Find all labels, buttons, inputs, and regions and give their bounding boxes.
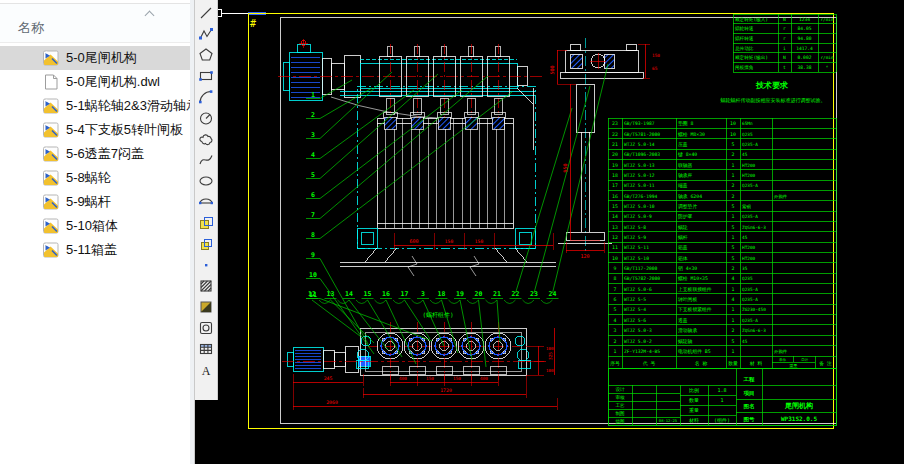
svg-text:12: 12	[308, 290, 316, 298]
tool-hatch-button[interactable]	[196, 275, 216, 296]
svg-text:2: 2	[732, 328, 735, 333]
file-list-item[interactable]: 5-0尾闸机构.dwl	[0, 70, 190, 94]
svg-text:调整垫片: 调整垫片	[678, 203, 697, 210]
tool-ellipse-button[interactable]	[196, 170, 216, 191]
svg-text:0.002: 0.002	[798, 55, 812, 60]
svg-text:设计: 设计	[615, 386, 625, 392]
tool-gradient-button[interactable]	[196, 296, 216, 317]
tool-ellipse-arc-button[interactable]	[196, 191, 216, 212]
svg-text:序号: 序号	[610, 360, 620, 366]
cad-drawing-area[interactable]: # 技术要求 蜗轮蜗杆传动副按相应安装标准进行调整试验。	[218, 0, 904, 464]
tool-make-block-button[interactable]	[196, 233, 216, 254]
sort-ascending-icon[interactable]	[146, 10, 155, 16]
svg-text:38.38: 38.38	[798, 65, 812, 70]
svg-text:1.8: 1.8	[717, 387, 726, 393]
svg-text:5: 5	[732, 204, 735, 209]
svg-text:24: 24	[549, 290, 557, 298]
file-list-item[interactable]: 5-4下支板5转叶闸板	[0, 118, 190, 142]
svg-text:制图: 制图	[615, 411, 624, 417]
file-list-item[interactable]: 5-1蜗轮轴2&3滑动轴承	[0, 94, 190, 118]
svg-text:11: 11	[612, 245, 618, 250]
svg-text:WTJZ 5.0-10: WTJZ 5.0-10	[624, 204, 655, 209]
svg-text:WTJZ 5.0-6: WTJZ 5.0-6	[624, 287, 652, 292]
svg-text:14: 14	[345, 290, 353, 298]
svg-text:22: 22	[512, 290, 520, 298]
svg-text:WTJZ 5-4: WTJZ 5-4	[624, 307, 646, 312]
cad-viewport[interactable]: # 技术要求 蜗轮蜗杆传动副按相应安装标准进行调整试验。	[218, 0, 904, 464]
tool-line-button[interactable]	[196, 2, 216, 23]
svg-text:7: 7	[311, 211, 315, 219]
svg-text:9: 9	[311, 251, 315, 259]
file-list: 5-0尾闸机构5-0尾闸机构.dwl5-1蜗轮轴2&3滑动轴承5-4下支板5转叶…	[0, 43, 190, 262]
svg-text:45: 45	[742, 152, 748, 157]
svg-text:150: 150	[475, 239, 484, 244]
worm-subassembly-label: (蜗杆组件)	[422, 311, 453, 318]
svg-text:GB/T93-1987: GB/T93-1987	[624, 121, 655, 126]
svg-text:2: 2	[732, 266, 735, 271]
svg-text:螺栓 M10×35: 螺栓 M10×35	[678, 275, 708, 282]
dwg-file-icon	[42, 242, 60, 258]
svg-text:Q235: Q235	[742, 132, 753, 137]
svg-text:Q235-A: Q235-A	[742, 287, 758, 292]
tool-mtext-button[interactable]: A	[196, 359, 216, 380]
file-list-item[interactable]: 5-8蜗轮	[0, 166, 190, 190]
file-name: 5-9蜗杆	[66, 193, 111, 211]
file-list-item[interactable]: 5-0尾闸机构	[0, 46, 190, 70]
svg-text:10: 10	[730, 132, 736, 137]
svg-text:5: 5	[732, 256, 735, 261]
svg-text:13: 13	[612, 225, 618, 230]
svg-text:上支板联接组件: 上支板联接组件	[678, 286, 712, 293]
tool-circle-button[interactable]	[196, 107, 216, 128]
tool-point-button[interactable]	[196, 254, 216, 275]
svg-text:17: 17	[612, 183, 618, 188]
tool-polygon-button[interactable]	[196, 44, 216, 65]
svg-text:ZQSn6-6-3: ZQSn6-6-3	[742, 225, 766, 230]
tool-table-button[interactable]	[196, 338, 216, 359]
svg-text:WTJZ 5.0-13: WTJZ 5.0-13	[624, 163, 655, 168]
svg-text:N: N	[783, 55, 786, 60]
dwg-file-icon	[42, 146, 60, 162]
svg-text:蜗轮转速: 蜗轮转速	[735, 25, 754, 32]
svg-text:65: 65	[652, 66, 658, 71]
tool-revcloud-button[interactable]	[196, 128, 216, 149]
file-list-item[interactable]: 5-11箱盖	[0, 238, 190, 262]
svg-text:3: 3	[614, 328, 617, 333]
file-list-item[interactable]: 5-9蜗杆	[0, 190, 190, 214]
tool-region-button[interactable]	[196, 317, 216, 338]
svg-text:轴承 6204: 轴承 6204	[678, 193, 702, 200]
svg-text:材料: 材料	[688, 417, 699, 424]
svg-text:4: 4	[614, 318, 617, 323]
svg-text:7: 7	[614, 287, 617, 292]
tool-spline-button[interactable]	[196, 149, 216, 170]
tool-insert-block-button[interactable]	[196, 212, 216, 233]
svg-text:21: 21	[493, 290, 501, 298]
svg-text:名 称: 名 称	[695, 361, 708, 367]
svg-text:下支板锁紧组件: 下支板锁紧组件	[678, 306, 712, 313]
svg-text:工程: 工程	[743, 376, 756, 383]
svg-text:20: 20	[612, 152, 618, 157]
svg-text:1417.4: 1417.4	[796, 46, 813, 51]
svg-text:透盖: 透盖	[678, 317, 688, 323]
svg-text:尾闸机构: 尾闸机构	[784, 401, 813, 410]
svg-text:45: 45	[742, 235, 748, 240]
file-list-item[interactable]: 5-10箱体	[0, 214, 190, 238]
svg-text:35: 35	[742, 266, 748, 271]
svg-text:16: 16	[382, 290, 390, 298]
svg-text:14: 14	[612, 214, 618, 219]
file-name: 5-6透盖7闷盖	[66, 145, 144, 163]
svg-text:ZQSn6-6-3: ZQSn6-6-3	[742, 328, 766, 333]
svg-text:联轴器: 联轴器	[678, 163, 693, 169]
svg-text:WTJZ 5.0-11: WTJZ 5.0-11	[624, 183, 655, 188]
tool-arc-button[interactable]	[196, 86, 216, 107]
file-list-item[interactable]: 5-6透盖7闷盖	[0, 142, 190, 166]
svg-text:Q235-A: Q235-A	[742, 142, 758, 147]
file-list-header: 名称	[0, 4, 190, 43]
svg-text:3: 3	[311, 131, 315, 139]
name-column-header[interactable]: 名称	[18, 19, 44, 37]
svg-text:1: 1	[732, 214, 735, 219]
svg-text:4: 4	[311, 151, 315, 159]
svg-text:600: 600	[409, 238, 418, 244]
tool-rectangle-button[interactable]	[196, 65, 216, 86]
svg-text:6: 6	[311, 191, 315, 199]
tool-polyline-button[interactable]	[196, 23, 216, 44]
